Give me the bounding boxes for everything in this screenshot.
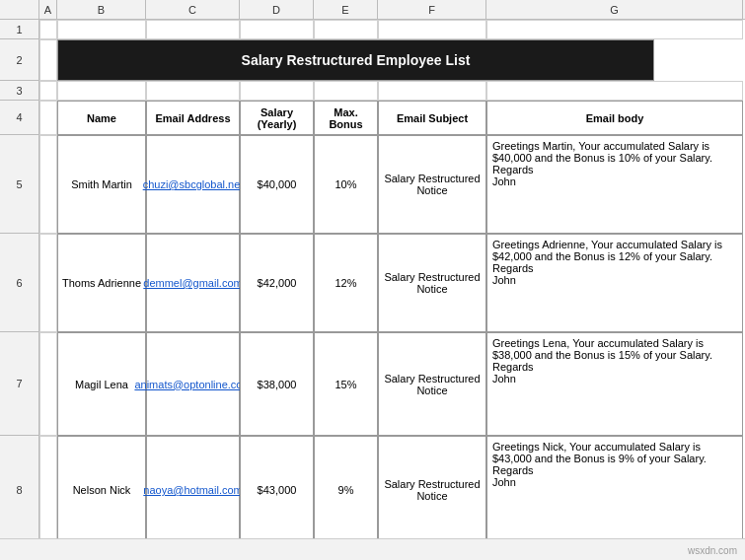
r6-salary: $42,000 xyxy=(240,234,314,332)
r1-b xyxy=(57,20,146,39)
r5-subject-text: Salary Restructured Notice xyxy=(382,173,483,196)
r7-email-link[interactable]: animats@optonline.com xyxy=(134,379,251,390)
row-6: Thoms Adrienne demmel@gmail.com $42,000 … xyxy=(39,234,745,332)
row-4-headers: Name Email Address Salary (Yearly) Max. … xyxy=(39,101,745,135)
row-num-4: 4 xyxy=(0,101,38,135)
r2-a xyxy=(39,39,57,81)
r6-subject-text: Salary Restructured Notice xyxy=(382,271,483,295)
r6-email: demmel@gmail.com xyxy=(146,234,240,332)
main-content: Salary Restructured Employee List Name E… xyxy=(39,20,745,560)
col-header-d: D xyxy=(240,0,314,19)
th-salary: Salary (Yearly) xyxy=(240,101,314,135)
r8-email-link[interactable]: naoya@hotmail.com xyxy=(143,484,242,496)
r7-body: Greetings Lena, Your accumulated Salary … xyxy=(486,332,743,436)
col-header-f: F xyxy=(378,0,486,19)
th-body: Email body xyxy=(486,101,743,135)
r7-subject: Salary Restructured Notice xyxy=(378,332,486,436)
r6-a xyxy=(39,234,57,332)
r5-salary: $40,000 xyxy=(240,135,314,234)
r1-e xyxy=(314,20,378,39)
r3-c xyxy=(146,81,240,101)
r1-f xyxy=(378,20,486,39)
row-num-6: 6 xyxy=(0,234,38,332)
row-num-7: 7 xyxy=(0,332,38,436)
r5-name: Smith Martin xyxy=(57,135,146,234)
r8-name: Nelson Nick xyxy=(57,436,146,544)
row-2-title: Salary Restructured Employee List xyxy=(39,39,745,81)
r5-subject: Salary Restructured Notice xyxy=(378,135,486,234)
spreadsheet: A B C D E F G 1 2 3 4 5 6 7 8 9 xyxy=(0,0,745,560)
row-numbers: 1 2 3 4 5 6 7 8 9 xyxy=(0,20,39,560)
r5-email: chuzi@sbcglobal.net xyxy=(146,135,240,234)
r8-subject: Salary Restructured Notice xyxy=(378,436,486,544)
r5-body: Greetings Martin, Your accumulated Salar… xyxy=(486,135,743,234)
r1-d xyxy=(240,20,314,39)
row-num-1: 1 xyxy=(0,20,38,39)
th-email: Email Address xyxy=(146,101,240,135)
r8-subject-text: Salary Restructured Notice xyxy=(382,478,483,502)
col-header-e: E xyxy=(314,0,378,19)
r5-a xyxy=(39,135,57,234)
watermark: wsxdn.com xyxy=(688,545,737,556)
r1-a xyxy=(39,20,57,39)
grid-body: 1 2 3 4 5 6 7 8 9 S xyxy=(0,20,745,560)
r7-subject-text: Salary Restructured Notice xyxy=(382,373,483,396)
th-subject: Email Subject xyxy=(378,101,486,135)
r8-email: naoya@hotmail.com xyxy=(146,436,240,544)
r3-d xyxy=(240,81,314,101)
col-header-c: C xyxy=(146,0,240,19)
th-name: Name xyxy=(57,101,146,135)
bottom-bar: wsxdn.com xyxy=(0,538,745,560)
r7-a xyxy=(39,332,57,436)
col-headers: A B C D E F G xyxy=(0,0,745,20)
col-header-a: A xyxy=(39,0,57,19)
r3-b xyxy=(57,81,146,101)
row-num-5: 5 xyxy=(0,135,38,234)
col-header-b: B xyxy=(57,0,146,19)
r4-a xyxy=(39,101,57,135)
r1-c xyxy=(146,20,240,39)
r5-bonus: 10% xyxy=(314,135,378,234)
col-header-g: G xyxy=(486,0,743,19)
corner-cell xyxy=(0,0,39,19)
row-8: Nelson Nick naoya@hotmail.com $43,000 9%… xyxy=(39,436,745,544)
r7-email: animats@optonline.com xyxy=(146,332,240,436)
row-3 xyxy=(39,81,745,101)
r7-bonus: 15% xyxy=(314,332,378,436)
r8-salary: $43,000 xyxy=(240,436,314,544)
r7-name: Magil Lena xyxy=(57,332,146,436)
r6-subject: Salary Restructured Notice xyxy=(378,234,486,332)
r3-e xyxy=(314,81,378,101)
th-bonus: Max. Bonus xyxy=(314,101,378,135)
row-1 xyxy=(39,20,745,39)
r6-email-link[interactable]: demmel@gmail.com xyxy=(143,277,242,289)
row-7: Magil Lena animats@optonline.com $38,000… xyxy=(39,332,745,436)
r3-f xyxy=(378,81,486,101)
r6-name: Thoms Adrienne xyxy=(57,234,146,332)
r3-a xyxy=(39,81,57,101)
row-5: Smith Martin chuzi@sbcglobal.net $40,000… xyxy=(39,135,745,234)
r8-bonus: 9% xyxy=(314,436,378,544)
row-num-3: 3 xyxy=(0,81,38,101)
r1-g xyxy=(486,20,743,39)
row-num-2: 2 xyxy=(0,39,38,81)
r6-body: Greetings Adrienne, Your accumulated Sal… xyxy=(486,234,743,332)
r5-email-link[interactable]: chuzi@sbcglobal.net xyxy=(143,178,244,190)
r8-a xyxy=(39,436,57,544)
r8-body: Greetings Nick, Your accumulated Salary … xyxy=(486,436,743,544)
r3-g xyxy=(486,81,743,101)
row-num-8: 8 xyxy=(0,436,38,544)
r7-salary: $38,000 xyxy=(240,332,314,436)
r6-bonus: 12% xyxy=(314,234,378,332)
title-cell: Salary Restructured Employee List xyxy=(57,39,654,81)
